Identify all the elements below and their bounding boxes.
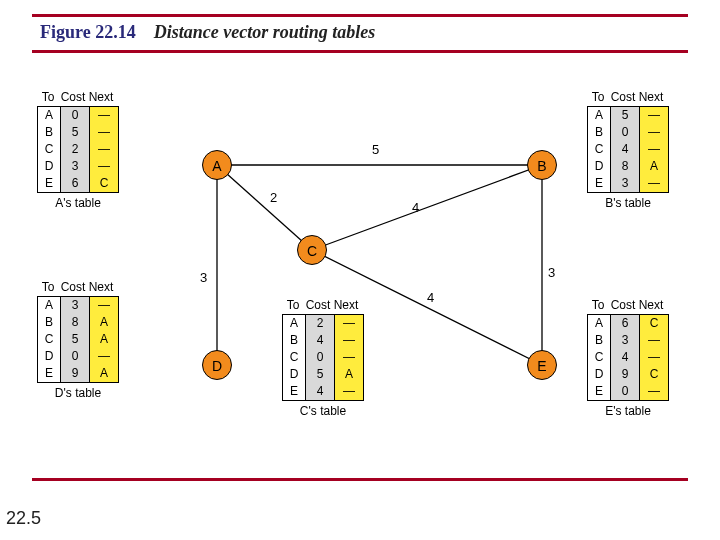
cell: D: [38, 158, 60, 175]
cell: —: [90, 124, 118, 141]
cell: —: [90, 297, 118, 314]
table-a: To Cost Next A B C D E 0 5 2 3 6: [37, 90, 119, 210]
cell: 4: [306, 332, 334, 349]
cell: —: [640, 175, 668, 192]
table-d: To Cost Next A B C D E 3 8 5 0 9: [37, 280, 119, 400]
col-header-cost: Cost: [59, 90, 87, 104]
cell: C: [640, 315, 668, 332]
col-header-next: Next: [332, 298, 360, 312]
cell: A: [90, 331, 118, 348]
cell: —: [90, 348, 118, 365]
col-header-to: To: [587, 90, 609, 104]
cell: A: [283, 315, 305, 332]
cell: C: [283, 349, 305, 366]
figure-caption: Distance vector routing tables: [154, 22, 376, 42]
cell: 0: [611, 383, 639, 400]
rule-under-title: [32, 50, 688, 53]
cell: E: [38, 365, 60, 382]
cell: 2: [306, 315, 334, 332]
col-header-to: To: [587, 298, 609, 312]
cell: 5: [306, 366, 334, 383]
cell: C: [588, 141, 610, 158]
cell: 4: [611, 349, 639, 366]
cell: 0: [306, 349, 334, 366]
col-header-cost: Cost: [304, 298, 332, 312]
cell: A: [588, 315, 610, 332]
col-header-next: Next: [637, 298, 665, 312]
node-e: E: [527, 350, 557, 380]
svg-line-3: [312, 165, 542, 250]
figure-label: Figure 22.14: [40, 22, 136, 42]
cell: —: [90, 141, 118, 158]
cell: B: [38, 314, 60, 331]
cell: A: [90, 314, 118, 331]
svg-line-1: [217, 165, 312, 250]
cell: A: [640, 158, 668, 175]
node-b: B: [527, 150, 557, 180]
col-header-next: Next: [637, 90, 665, 104]
col-header-cost: Cost: [59, 280, 87, 294]
table-b: To Cost Next A B C D E 5 0 4 8 3: [587, 90, 669, 210]
cell: —: [640, 349, 668, 366]
figure-title: Figure 22.14 Distance vector routing tab…: [40, 22, 375, 43]
cell: 6: [611, 315, 639, 332]
cell: 8: [611, 158, 639, 175]
edge-weight-ce: 4: [427, 290, 434, 305]
node-d: D: [202, 350, 232, 380]
cell: B: [588, 332, 610, 349]
slide: Figure 22.14 Distance vector routing tab…: [0, 0, 720, 540]
cell: C: [38, 141, 60, 158]
table-caption: C's table: [282, 404, 364, 418]
cell: —: [335, 349, 363, 366]
cell: D: [38, 348, 60, 365]
cell: 3: [611, 175, 639, 192]
cell: —: [90, 158, 118, 175]
cell: B: [283, 332, 305, 349]
cell: 0: [611, 124, 639, 141]
cell: 5: [61, 124, 89, 141]
cell: D: [588, 366, 610, 383]
diagram-area: 5 2 3 4 3 4 A B C D E To Cost Next A B C…: [32, 80, 688, 450]
cell: B: [588, 124, 610, 141]
cell: C: [588, 349, 610, 366]
cell: A: [38, 297, 60, 314]
cell: 5: [611, 107, 639, 124]
edge-weight-ab: 5: [372, 142, 379, 157]
cell: —: [640, 124, 668, 141]
cell: D: [283, 366, 305, 383]
cell: C: [640, 366, 668, 383]
cell: —: [640, 141, 668, 158]
cell: 3: [611, 332, 639, 349]
col-header-cost: Cost: [609, 90, 637, 104]
rule-top: [32, 14, 688, 17]
edge-weight-ad: 3: [200, 270, 207, 285]
cell: —: [335, 315, 363, 332]
cell: —: [640, 107, 668, 124]
table-caption: E's table: [587, 404, 669, 418]
cell: 4: [306, 383, 334, 400]
cell: —: [335, 383, 363, 400]
col-header-to: To: [37, 90, 59, 104]
cell: E: [38, 175, 60, 192]
cell: 9: [611, 366, 639, 383]
edge-weight-ac: 2: [270, 190, 277, 205]
table-e: To Cost Next A B C D E 6 3 4 9 0: [587, 298, 669, 418]
cell: C: [38, 331, 60, 348]
cell: B: [38, 124, 60, 141]
node-c: C: [297, 235, 327, 265]
cell: —: [335, 332, 363, 349]
rule-bottom: [32, 478, 688, 481]
table-caption: B's table: [587, 196, 669, 210]
cell: A: [588, 107, 610, 124]
cell: E: [283, 383, 305, 400]
node-a: A: [202, 150, 232, 180]
cell: E: [588, 383, 610, 400]
cell: 0: [61, 107, 89, 124]
cell: C: [90, 175, 118, 192]
cell: —: [90, 107, 118, 124]
table-c: To Cost Next A B C D E 2 4 0 5 4: [282, 298, 364, 418]
cell: 4: [611, 141, 639, 158]
col-header-next: Next: [87, 280, 115, 294]
cell: —: [640, 383, 668, 400]
cell: A: [335, 366, 363, 383]
